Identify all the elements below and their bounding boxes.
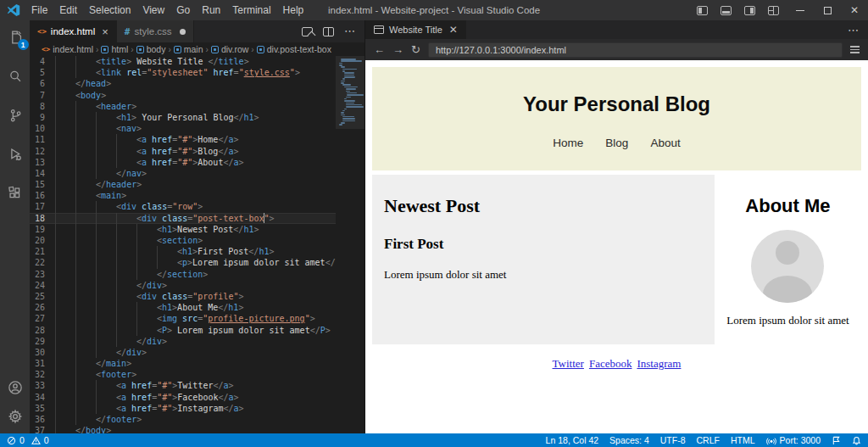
footer-link-instagram[interactable]: Instagram [637, 357, 681, 370]
breadcrumb-item-index.html[interactable]: <>index.html [42, 44, 93, 54]
footer-link-twitter[interactable]: Twitter [553, 357, 584, 370]
breadcrumb-item-main[interactable]: main [174, 44, 203, 54]
line-number[interactable]: 21 [30, 246, 55, 257]
code-line-24[interactable]: 24</div> [30, 280, 364, 291]
toggle-sidebar-icon[interactable] [697, 6, 708, 15]
code-line-9[interactable]: 9<h1> Your Personal Blog</h1> [30, 112, 364, 123]
open-preview-icon[interactable] [302, 27, 313, 36]
reload-icon[interactable]: ↻ [411, 43, 420, 56]
breadcrumb-item-html[interactable]: html [101, 44, 128, 54]
code-editor[interactable]: 4<title> Website Title </title>5<link re… [30, 56, 364, 433]
line-number[interactable]: 33 [30, 380, 55, 391]
code-line-8[interactable]: 8<header> [30, 101, 364, 112]
code-line-21[interactable]: 21<h1>First Post</h1> [30, 246, 364, 257]
back-icon[interactable]: ← [374, 44, 385, 55]
menu-terminal[interactable]: Terminal [226, 0, 276, 20]
line-number[interactable]: 35 [30, 403, 55, 414]
customize-layout-icon[interactable] [768, 6, 779, 15]
line-number[interactable]: 10 [30, 123, 55, 134]
line-number[interactable]: 26 [30, 302, 55, 313]
code-line-35[interactable]: 35<a href="#">Instagram</a> [30, 403, 364, 414]
menu-help[interactable]: Help [277, 0, 310, 20]
line-number[interactable]: 30 [30, 347, 55, 358]
menu-go[interactable]: Go [170, 0, 196, 20]
code-line-26[interactable]: 26<h1>About Me</h1> [30, 302, 364, 313]
line-number[interactable]: 34 [30, 392, 55, 403]
line-number[interactable]: 20 [30, 235, 55, 246]
menu-file[interactable]: File [25, 0, 53, 20]
search-icon[interactable] [5, 66, 25, 87]
eol-sequence[interactable]: CRLF [697, 435, 720, 445]
code-line-14[interactable]: 14</nav> [30, 168, 364, 179]
line-number[interactable]: 13 [30, 157, 55, 168]
menu-view[interactable]: View [136, 0, 170, 20]
line-number[interactable]: 8 [30, 101, 55, 112]
code-line-30[interactable]: 30</div> [30, 347, 364, 358]
breadcrumb-item-div.row[interactable]: div.row [211, 44, 248, 54]
breadcrumb-item-body[interactable]: body [136, 44, 166, 54]
line-number[interactable]: 29 [30, 336, 55, 347]
line-number[interactable]: 14 [30, 168, 55, 179]
line-number[interactable]: 24 [30, 280, 55, 291]
split-editor-icon[interactable] [323, 27, 334, 36]
code-line-23[interactable]: 23</section> [30, 269, 364, 280]
line-number[interactable]: 16 [30, 190, 55, 201]
line-number[interactable]: 17 [30, 201, 55, 212]
tab-style.css[interactable]: #style.css [117, 20, 194, 42]
code-line-18[interactable]: 18<div class="post-text-box"> [30, 213, 364, 224]
code-line-22[interactable]: 22<p>Lorem ipsum dolor sit amet</ [30, 257, 364, 268]
footer-link-facebook[interactable]: Facebook [589, 357, 632, 370]
run-debug-icon[interactable] [5, 144, 25, 165]
line-number[interactable]: 11 [30, 134, 55, 145]
close-preview-icon[interactable]: ✕ [449, 24, 458, 36]
close-window-button[interactable]: ✕ [841, 0, 868, 20]
line-number[interactable]: 15 [30, 179, 55, 190]
extensions-icon[interactable] [5, 183, 25, 204]
code-line-19[interactable]: 19<h1>Newest Post</h1> [30, 224, 364, 235]
code-line-12[interactable]: 12<a href="#">Blog</a> [30, 146, 364, 157]
nav-link-home[interactable]: Home [553, 137, 583, 149]
forward-icon[interactable]: → [392, 44, 403, 55]
code-line-37[interactable]: 37</body> [30, 425, 364, 433]
cursor-position[interactable]: Ln 18, Col 42 [546, 435, 598, 445]
code-line-16[interactable]: 16<main> [30, 190, 364, 201]
code-line-6[interactable]: 6</head> [30, 78, 364, 89]
url-input[interactable] [428, 42, 843, 58]
toggle-secondary-sidebar-icon[interactable] [744, 6, 755, 15]
code-line-34[interactable]: 34<a href="#">Facebook</a> [30, 392, 364, 403]
menu-selection[interactable]: Selection [83, 0, 136, 20]
nav-link-about[interactable]: About [650, 137, 680, 149]
line-number[interactable]: 37 [30, 425, 55, 433]
modified-dot-icon[interactable] [180, 29, 186, 35]
line-number[interactable]: 25 [30, 291, 55, 302]
code-line-10[interactable]: 10<nav> [30, 123, 364, 134]
line-number[interactable]: 28 [30, 325, 55, 336]
menu-run[interactable]: Run [196, 0, 226, 20]
code-line-27[interactable]: 27<img src="profile-picture.png"> [30, 313, 364, 324]
code-line-13[interactable]: 13<a href="#">About</a> [30, 157, 364, 168]
code-line-4[interactable]: 4<title> Website Title </title> [30, 56, 364, 67]
indentation[interactable]: Spaces: 4 [609, 435, 649, 445]
encoding[interactable]: UTF-8 [660, 435, 686, 445]
tab-index.html[interactable]: <>index.html× [30, 20, 117, 42]
code-line-5[interactable]: 5<link rel="stylesheet" href="style.css"… [30, 67, 364, 78]
minimap[interactable] [336, 56, 364, 433]
preview-menu-icon[interactable] [850, 46, 860, 53]
nav-link-blog[interactable]: Blog [605, 137, 628, 149]
settings-gear-icon[interactable] [5, 406, 25, 427]
line-number[interactable]: 6 [30, 78, 55, 89]
code-line-32[interactable]: 32<footer> [30, 369, 364, 380]
problems-indicator[interactable]: 0 0 [7, 435, 49, 445]
code-line-25[interactable]: 25<div class="profile"> [30, 291, 364, 302]
code-line-29[interactable]: 29</div> [30, 336, 364, 347]
explorer-icon[interactable]: 1 [5, 27, 25, 47]
preview-tab[interactable]: Website Title ✕ [365, 20, 466, 39]
line-number[interactable]: 7 [30, 90, 55, 101]
live-preview-port[interactable]: Port: 3000 [766, 435, 821, 445]
line-number[interactable]: 18 [30, 213, 55, 224]
account-icon[interactable] [5, 377, 25, 398]
language-mode[interactable]: HTML [731, 435, 755, 445]
code-line-28[interactable]: 28<P> Lorem ipsum dolor sit amet</P> [30, 325, 364, 336]
code-line-36[interactable]: 36</footer> [30, 414, 364, 425]
source-control-icon[interactable] [5, 105, 25, 126]
